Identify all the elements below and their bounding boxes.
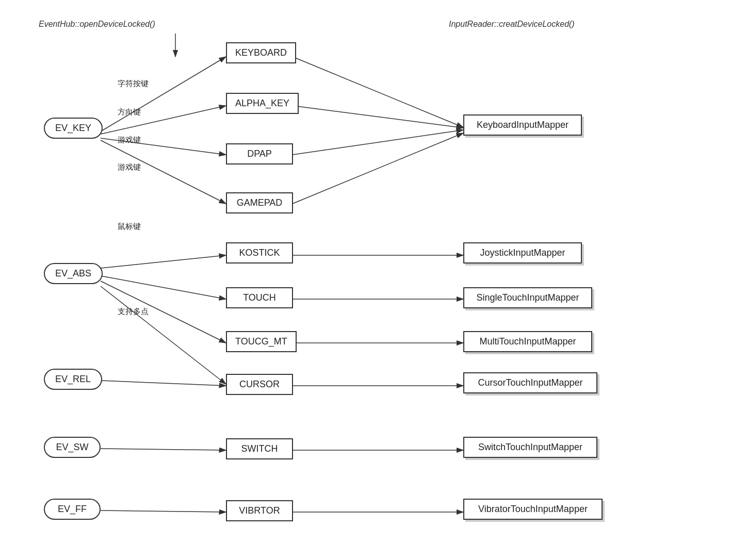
header-left-label: EventHub::openDeviceLocked() [39, 20, 155, 29]
svg-line-13 [101, 381, 226, 386]
svg-line-6 [293, 106, 463, 128]
svg-line-18 [101, 449, 226, 450]
node-joystick-mapper: JoystickInputMapper [463, 242, 582, 263]
node-ev-ff: EV_FF [44, 499, 101, 520]
node-kostick: KOSTICK [226, 242, 293, 263]
header-right-label: InputReader::creatDeviceLocked() [449, 20, 575, 29]
svg-line-20 [101, 510, 226, 512]
label-youxi1: 游戏键 [118, 135, 141, 145]
node-vibrtor: VIBRTOR [226, 500, 293, 521]
node-single-touch-mapper: SingleTouchInputMapper [463, 287, 592, 308]
node-ev-rel: EV_REL [44, 369, 102, 390]
label-shubiao: 鼠标键 [118, 222, 141, 232]
diagram-container: EventHub::openDeviceLocked() InputReader… [0, 0, 747, 560]
node-alpha-key: ALPHA_KEY [226, 93, 299, 114]
arrows-svg [0, 0, 747, 560]
svg-line-1 [101, 57, 226, 131]
label-zifu: 字符按键 [118, 79, 149, 89]
label-zhichi: 支持多点 [118, 307, 149, 317]
node-ev-abs: EV_ABS [44, 263, 103, 284]
node-cursor: CURSOR [226, 374, 293, 395]
svg-line-10 [101, 276, 226, 299]
svg-line-8 [293, 133, 463, 204]
node-switch: SWITCH [226, 438, 293, 459]
label-youxi2: 游戏键 [118, 162, 141, 172]
node-gamepad: GAMEPAD [226, 192, 293, 213]
label-fangxiang: 方向键 [118, 107, 141, 117]
node-vibrator-mapper: VibratorTouchInputMapper [463, 499, 603, 520]
node-multi-touch-mapper: MultiTouchInputMapper [463, 331, 592, 352]
svg-line-12 [101, 286, 226, 384]
node-ev-sw: EV_SW [44, 437, 101, 458]
svg-line-5 [293, 57, 463, 127]
node-touch: TOUCH [226, 287, 293, 308]
node-toucg-mt: TOUCG_MT [226, 331, 297, 352]
node-ev-key: EV_KEY [44, 118, 103, 139]
node-keyboard: KEYBOARD [226, 42, 296, 63]
node-keyboard-mapper: KeyboardInputMapper [463, 114, 582, 136]
node-dpap: DPAP [226, 143, 293, 164]
svg-line-9 [101, 255, 226, 268]
node-switch-mapper: SwitchTouchInputMapper [463, 437, 597, 458]
svg-line-7 [293, 130, 463, 155]
node-cursor-mapper: CursorTouchInputMapper [463, 372, 597, 393]
